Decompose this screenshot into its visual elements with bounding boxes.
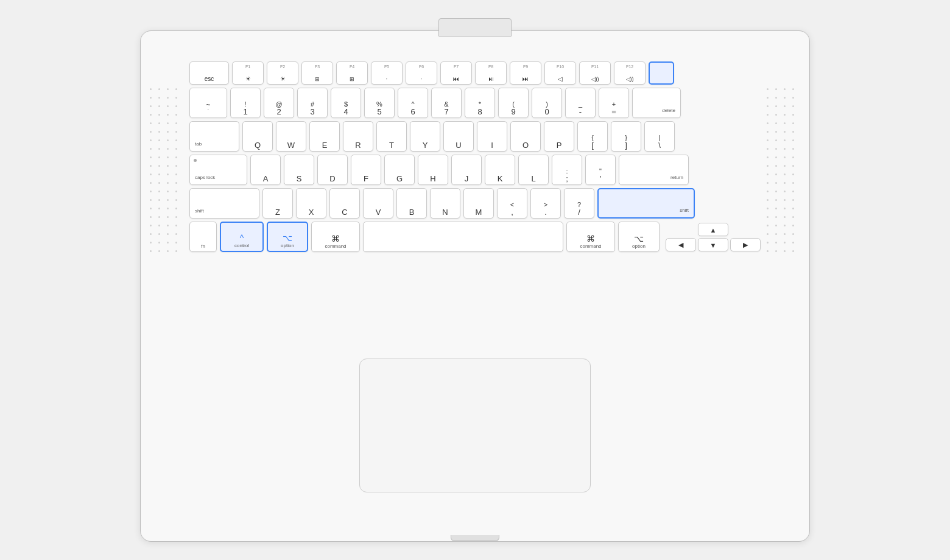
- key-arrow-right[interactable]: ▶: [730, 238, 761, 251]
- key-lbracket[interactable]: { [: [577, 121, 608, 152]
- key-t[interactable]: T: [376, 121, 407, 152]
- key-p[interactable]: P: [544, 121, 574, 152]
- key-5[interactable]: % 5: [364, 88, 395, 118]
- key-f9-label: F9: [510, 65, 541, 69]
- key-a[interactable]: A: [250, 155, 281, 185]
- key-command-left[interactable]: ⌘ command: [311, 222, 360, 252]
- key-f2[interactable]: ☀ F2: [267, 61, 298, 85]
- key-d[interactable]: D: [317, 155, 348, 185]
- key-0[interactable]: ) 0: [532, 88, 562, 118]
- key-f11[interactable]: ◁)) F11: [579, 61, 611, 85]
- key-z[interactable]: Z: [262, 188, 293, 219]
- key-o[interactable]: O: [510, 121, 541, 152]
- key-arrow-up[interactable]: ▲: [698, 223, 728, 236]
- key-command-right[interactable]: ⌘ command: [566, 222, 615, 252]
- key-delete[interactable]: delete: [632, 88, 681, 118]
- key-v[interactable]: V: [363, 188, 393, 219]
- key-f4[interactable]: ⊞ F4: [336, 61, 368, 85]
- key-quote[interactable]: " ': [585, 155, 616, 185]
- key-shift-left[interactable]: shift: [189, 188, 259, 219]
- key-6[interactable]: ^ 6: [398, 88, 428, 118]
- key-arrow-left[interactable]: ◀: [666, 238, 696, 251]
- key-f4-icon: ⊞: [350, 77, 354, 82]
- key-capslock[interactable]: caps lock: [189, 155, 247, 185]
- key-option-left[interactable]: ⌥ option: [267, 222, 308, 252]
- key-f6[interactable]: · F6: [406, 61, 437, 85]
- key-y[interactable]: Y: [410, 121, 440, 152]
- key-f2-label: F2: [267, 65, 298, 69]
- key-r[interactable]: R: [343, 121, 373, 152]
- key-f[interactable]: F: [351, 155, 381, 185]
- modifier-key-row: fn ^ control ⌥ option ⌘ command: [189, 222, 761, 252]
- key-option-right[interactable]: ⌥ option: [618, 222, 660, 252]
- key-tilde[interactable]: ~ `: [189, 88, 227, 118]
- key-comma[interactable]: < ,: [497, 188, 527, 219]
- key-f5[interactable]: · F5: [371, 61, 403, 85]
- key-equal[interactable]: + =: [599, 88, 629, 118]
- key-esc-label: esc: [205, 76, 214, 82]
- key-arrow-down[interactable]: ▼: [698, 238, 728, 251]
- key-return[interactable]: return: [619, 155, 689, 185]
- key-f9-icon: ⏭: [522, 76, 529, 82]
- key-s[interactable]: S: [284, 155, 314, 185]
- key-q[interactable]: Q: [242, 121, 273, 152]
- key-power[interactable]: [649, 61, 674, 85]
- key-9[interactable]: ( 9: [498, 88, 529, 118]
- key-tab[interactable]: tab: [189, 121, 239, 152]
- lid-hinge: [438, 18, 512, 37]
- asdf-key-row: caps lock A S D F G H J K L : ; " ': [189, 155, 761, 185]
- key-7[interactable]: & 7: [431, 88, 462, 118]
- key-f8[interactable]: ⏯ F8: [475, 61, 507, 85]
- key-b[interactable]: B: [396, 188, 427, 219]
- key-f7[interactable]: ⏮ F7: [440, 61, 472, 85]
- key-i[interactable]: I: [477, 121, 507, 152]
- key-f10[interactable]: ◁ F10: [544, 61, 576, 85]
- laptop-body: for(let i=0;i<80;i++) document.currentSc…: [140, 30, 810, 542]
- key-w[interactable]: W: [276, 121, 306, 152]
- key-m[interactable]: M: [463, 188, 494, 219]
- key-esc[interactable]: esc: [189, 61, 229, 85]
- key-3[interactable]: # 3: [297, 88, 328, 118]
- key-c[interactable]: C: [329, 188, 360, 219]
- key-fn[interactable]: fn: [189, 222, 217, 252]
- key-e[interactable]: E: [309, 121, 340, 152]
- key-1[interactable]: ! 1: [230, 88, 261, 118]
- key-f3[interactable]: ⊞ F3: [301, 61, 333, 85]
- key-h[interactable]: H: [418, 155, 448, 185]
- key-space[interactable]: [363, 222, 563, 252]
- key-2[interactable]: @ 2: [264, 88, 294, 118]
- key-period[interactable]: > .: [530, 188, 561, 219]
- key-shift-right[interactable]: shift: [597, 188, 695, 219]
- key-f7-label: F7: [441, 65, 471, 69]
- key-u[interactable]: U: [443, 121, 474, 152]
- key-f9[interactable]: ⏭ F9: [510, 61, 541, 85]
- key-control[interactable]: ^ control: [220, 222, 264, 252]
- key-f12[interactable]: ◁)) F12: [614, 61, 646, 85]
- key-j[interactable]: J: [451, 155, 482, 185]
- key-f11-icon: ◁)): [591, 77, 599, 82]
- key-rbracket[interactable]: } ]: [611, 121, 641, 152]
- key-n[interactable]: N: [430, 188, 460, 219]
- key-minus[interactable]: _ -: [565, 88, 596, 118]
- key-f7-icon: ⏮: [453, 76, 459, 82]
- fn-key-row: esc ☀ F1 ☀ F2 ⊞ F3 ⊞ F4: [189, 61, 761, 85]
- side-dots-right: for(let i=0;i<80;i++) document.currentSc…: [767, 65, 800, 278]
- key-g[interactable]: G: [384, 155, 415, 185]
- key-4[interactable]: $ 4: [331, 88, 361, 118]
- trackpad[interactable]: [359, 359, 591, 492]
- key-return-label: return: [670, 175, 683, 181]
- key-l[interactable]: L: [518, 155, 549, 185]
- key-f10-icon: ◁: [558, 76, 563, 82]
- keyboard: esc ☀ F1 ☀ F2 ⊞ F3 ⊞ F4: [189, 61, 761, 293]
- key-fn-label: fn: [201, 243, 205, 250]
- key-option-right-label: option: [632, 243, 646, 250]
- key-x[interactable]: X: [296, 188, 326, 219]
- key-f1[interactable]: ☀ F1: [232, 61, 264, 85]
- key-f1-icon: ☀: [245, 76, 251, 82]
- key-slash[interactable]: ? /: [564, 188, 594, 219]
- key-semicolon[interactable]: : ;: [552, 155, 582, 185]
- key-backslash[interactable]: | \: [644, 121, 675, 152]
- key-8[interactable]: * 8: [465, 88, 495, 118]
- number-key-row: ~ ` ! 1 @ 2 # 3 $ 4: [189, 88, 761, 118]
- key-k[interactable]: K: [485, 155, 515, 185]
